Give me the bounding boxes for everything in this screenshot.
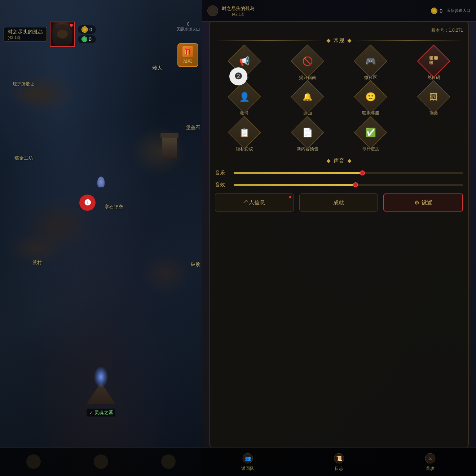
personal-info-button[interactable]: 个人信息: [215, 193, 294, 212]
location-title: 时之尽头的孤岛: [8, 29, 43, 35]
redeem-icon: [429, 55, 439, 67]
checkmark-icon: ✓: [89, 410, 93, 415]
sound-divider: 声音: [215, 157, 463, 164]
right-coin-icon: [431, 8, 437, 14]
sound-divider-left: [215, 161, 323, 161]
icon-diamond-privacy: 📋: [228, 116, 261, 149]
privacy-icon: 📋: [239, 128, 250, 138]
icon-item-community[interactable]: 🎮 微社区: [341, 49, 400, 81]
svg-rect-3: [431, 57, 432, 58]
icon-diamond-account: 👤: [228, 80, 261, 114]
right-settings-panel: 时之尽头的孤岛 (42,13) 0 天际步道人口 版本号：1.0.271 常规 …: [202, 0, 476, 476]
activity-icon: 🎁: [182, 46, 193, 57]
sfx-slider-thumb[interactable]: [353, 182, 358, 187]
sfx-label: 音效: [215, 182, 229, 188]
soul-tomb-container: ✓ 灵魂之墓: [87, 409, 115, 417]
cold-stone-label: 寒石堡垒: [105, 204, 123, 210]
version-text: 版本号：1.0.271: [215, 27, 463, 34]
broken-label: 破败: [191, 261, 200, 268]
return-tab-label: 返回队: [241, 466, 254, 472]
icon-item-privacy[interactable]: 📋 隐私协议: [215, 121, 274, 152]
coin-count: 0: [89, 27, 92, 32]
activity-button[interactable]: 🎁 活动: [177, 43, 198, 67]
icon-diamond-community: 🎮: [354, 45, 387, 78]
achievements-label: 成就: [333, 199, 344, 206]
icon-item-notify[interactable]: 🔔 通知: [278, 85, 337, 116]
right-location-coords: (42,13): [222, 12, 255, 16]
right-location-info: 时之尽头的孤岛 (42,13): [222, 5, 255, 16]
right-currency-area: 0 天际步道人口: [431, 8, 471, 14]
castle-stone-label: 堡垒石: [186, 124, 200, 131]
right-bottom-tabs: 👥 返回队 📜 日志 ⚔ 普攻: [202, 447, 476, 476]
return-tab-icon: 👥: [241, 452, 254, 464]
sfx-slider-track[interactable]: [234, 184, 463, 186]
icon-item-guide[interactable]: 🚫 提升指南: [278, 49, 337, 81]
diamond-left: [326, 39, 330, 43]
activity-area: 🎁 活动: [177, 43, 198, 67]
journal-tab-icon: 📜: [332, 452, 345, 464]
location-badge[interactable]: 时之尽头的孤岛 (42,13): [4, 27, 47, 41]
icon-item-account[interactable]: 👤 账号: [215, 85, 274, 116]
icon-diamond-notify: 🔔: [291, 80, 324, 114]
settings-icon: ⚙: [414, 199, 419, 206]
tab-attack[interactable]: ⚔ 普攻: [385, 449, 476, 475]
sfx-slider-row: 音效: [215, 182, 463, 188]
icon-diamond-preview: 📄: [291, 116, 324, 149]
sfx-slider-fill: [234, 184, 353, 186]
icon-diamond-quality: 🖼: [417, 80, 450, 114]
svg-rect-5: [431, 62, 432, 63]
personal-red-dot: [289, 196, 291, 198]
svg-text:📜: 📜: [336, 455, 342, 462]
sound-diamond-left: [326, 159, 330, 163]
section-general-title: 常规: [334, 37, 344, 44]
section-sound-title: 声音: [334, 157, 344, 164]
right-menu-icon: [207, 5, 218, 16]
tab-journal[interactable]: 📜 日志: [293, 449, 384, 475]
divider-right: [354, 40, 463, 41]
svg-text:👥: 👥: [244, 455, 251, 462]
icon-grid: 📢 公告 🚫 提升指南 🎮 微社区: [215, 49, 463, 152]
achievements-button[interactable]: 成就: [299, 193, 378, 212]
gem-count: 0: [89, 36, 92, 42]
left-game-panel: 庇护所遗址 炼金工坊 堡垒石 寒石堡垒 荒村 破败 矮人 0 天际步道人口 时之…: [0, 0, 202, 476]
icon-item-redeem[interactable]: 兑换码: [404, 49, 463, 81]
tab-return[interactable]: 👥 返回队: [202, 449, 293, 475]
character-avatar[interactable]: [50, 22, 75, 47]
left-nav-placeholder: [26, 454, 41, 470]
refuge-ruins-label: 庇护所遗址: [13, 81, 34, 87]
footer-actions: 个人信息 成就 ⚙ 设置: [215, 193, 463, 212]
music-slider-track[interactable]: [234, 172, 463, 174]
account-icon: 👤: [239, 92, 250, 102]
sound-section: 声音 音乐 音效: [215, 157, 463, 188]
coin-badge: 0: [78, 25, 96, 34]
avatar-red-dot: [70, 24, 73, 27]
quality-icon: 🖼: [429, 92, 438, 102]
top-bar-left: 时之尽头的孤岛 (42,13) 0 0: [4, 22, 198, 47]
settings-content: 版本号：1.0.271 常规 📢 公告 🚫 提升指南: [209, 22, 469, 447]
support-icon: 🙂: [365, 92, 376, 102]
svg-rect-4: [435, 57, 437, 58]
alchemy-label: 炼金工坊: [14, 155, 33, 161]
terrain-4: [141, 252, 191, 295]
icon-item-empty: [404, 121, 463, 152]
icon-item-support[interactable]: 🙂 联系客服: [341, 85, 400, 116]
location-number-badge-2: ❷: [229, 67, 247, 85]
preview-icon: 📄: [302, 128, 313, 138]
music-slider-thumb[interactable]: [360, 170, 365, 175]
sound-diamond-right: [347, 159, 351, 163]
icon-item-preview[interactable]: 📄 新内容预告: [278, 121, 337, 152]
right-coin-count: 0: [440, 8, 442, 14]
notify-icon: 🔔: [303, 92, 312, 102]
attack-tab-icon: ⚔: [424, 452, 437, 464]
settings-label: 设置: [422, 199, 432, 206]
diamond-right: [347, 39, 351, 43]
right-location-title: 时之尽头的孤岛: [222, 5, 255, 12]
icon-item-quality[interactable]: 🖼 画质: [404, 85, 463, 116]
icon-item-daily[interactable]: ✅ 每日进度: [341, 121, 400, 152]
icon-diamond-daily: ✅: [354, 116, 387, 149]
journal-tab-label: 日志: [335, 466, 343, 472]
settings-button[interactable]: ⚙ 设置: [383, 193, 463, 212]
music-slider-row: 音乐: [215, 170, 463, 176]
soul-tomb-label: ✓ 灵魂之墓: [87, 409, 115, 417]
community-icon: 🎮: [365, 56, 376, 66]
